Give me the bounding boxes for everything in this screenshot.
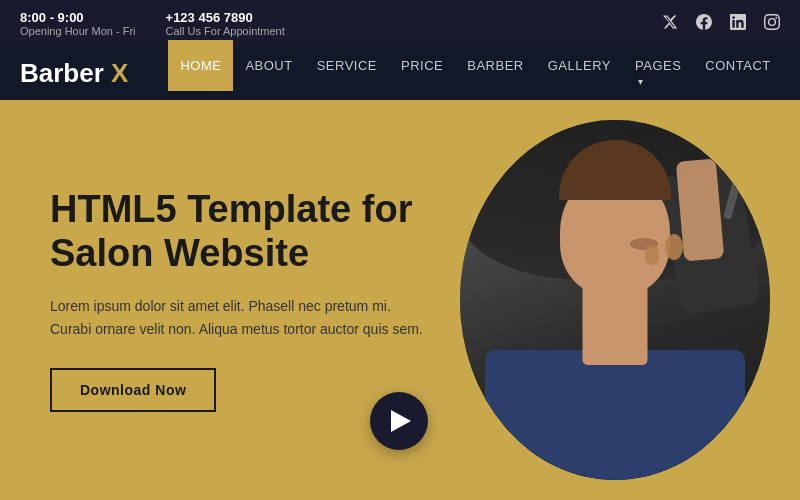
play-button-container <box>370 392 428 450</box>
nav-item-service[interactable]: SERVICE <box>305 40 389 106</box>
hero-title: HTML5 Template for Salon Website <box>50 188 470 275</box>
phone-main: +123 456 7890 <box>166 10 285 25</box>
nav-link-pages[interactable]: PAGES ▾ <box>623 40 693 106</box>
client-ear <box>665 234 683 260</box>
nav-link-about[interactable]: ABOUT <box>233 40 304 91</box>
linkedin-icon[interactable] <box>730 14 746 33</box>
nav-link-contact[interactable]: CONTACT <box>693 40 782 91</box>
nav-link-barber[interactable]: BARBER <box>455 40 535 91</box>
logo[interactable]: Barber X <box>20 58 128 89</box>
download-button[interactable]: Download Now <box>50 368 216 412</box>
barber-scene-bg <box>460 120 770 480</box>
instagram-icon[interactable] <box>764 14 780 33</box>
barber-scene <box>460 120 770 480</box>
phone-sub: Call Us For Appointment <box>166 25 285 37</box>
navbar: Barber X HOME ABOUT SERVICE PRICE BARBER… <box>0 46 800 100</box>
nav-item-contact[interactable]: CONTACT <box>693 40 782 106</box>
nav-item-price[interactable]: PRICE <box>389 40 455 106</box>
nav-link-home[interactable]: HOME <box>168 40 233 91</box>
social-links <box>662 14 780 33</box>
client-cape <box>485 350 745 480</box>
hours-main: 8:00 - 9:00 <box>20 10 136 25</box>
hours-info: 8:00 - 9:00 Opening Hour Mon - Fri <box>20 10 136 37</box>
nav-item-barber[interactable]: BARBER <box>455 40 535 106</box>
logo-accent: X <box>104 58 129 88</box>
nav-link-price[interactable]: PRICE <box>389 40 455 91</box>
nav-item-home[interactable]: HOME <box>168 40 233 106</box>
facebook-icon[interactable] <box>696 14 712 33</box>
nav-link-service[interactable]: SERVICE <box>305 40 389 91</box>
hero-image <box>460 120 770 480</box>
nav-link-gallery[interactable]: GALLERY <box>536 40 623 91</box>
nav-item-pages[interactable]: PAGES ▾ <box>623 40 693 106</box>
client-nose <box>645 245 659 265</box>
top-bar-left: 8:00 - 9:00 Opening Hour Mon - Fri +123 … <box>20 10 285 37</box>
nav-item-gallery[interactable]: GALLERY <box>536 40 623 106</box>
hero-description: Lorem ipsum dolor sit amet elit. Phasell… <box>50 295 430 340</box>
hero-section: HTML5 Template for Salon Website Lorem i… <box>0 100 800 500</box>
phone-info: +123 456 7890 Call Us For Appointment <box>166 10 285 37</box>
hero-content: HTML5 Template for Salon Website Lorem i… <box>50 188 470 412</box>
pages-dropdown-arrow: ▾ <box>638 76 644 87</box>
play-triangle-icon <box>391 410 411 432</box>
play-button[interactable] <box>370 392 428 450</box>
nav-links: HOME ABOUT SERVICE PRICE BARBER GALLERY … <box>168 40 782 106</box>
barber-hand-skin <box>676 158 725 261</box>
twitter-icon[interactable] <box>662 14 678 33</box>
hours-sub: Opening Hour Mon - Fri <box>20 25 136 37</box>
nav-item-about[interactable]: ABOUT <box>233 40 304 106</box>
